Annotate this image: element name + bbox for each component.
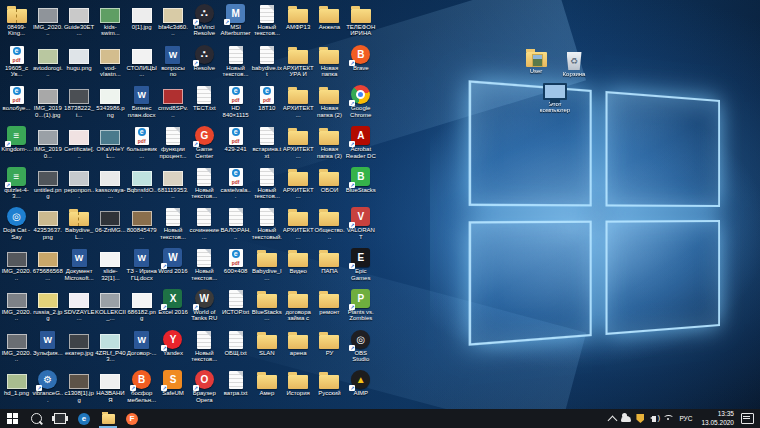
desktop-icon[interactable]: hd_1.png — [1, 367, 32, 407]
desktop-icon[interactable]: WWorld of Tanks RU — [189, 286, 220, 326]
desktop-icon[interactable]: Babydive_L... — [64, 204, 95, 244]
desktop-icon[interactable]: BlueStacks... — [251, 286, 282, 326]
desktop-icon[interactable]: bfa4c3d60... — [157, 1, 188, 41]
desktop-icon[interactable]: волобуе... — [1, 82, 32, 122]
desktop-icon[interactable]: Новый текстов... — [251, 164, 282, 204]
desktop-icon[interactable]: ⚙vibranceG... — [32, 367, 63, 407]
desktop-icon-user[interactable]: User — [519, 52, 553, 74]
desktop-icon[interactable]: Wвопросы по авангард... — [157, 42, 188, 82]
desktop-icon[interactable]: WБизнес план.docx — [126, 82, 157, 122]
desktop-icon[interactable]: BBlueStacks — [345, 164, 376, 204]
desktop-icon[interactable]: Новый текстов... — [189, 245, 220, 285]
desktop-icon[interactable]: OKaVHeYL... — [95, 123, 126, 163]
desktop-icon[interactable]: XExcel 2016 — [157, 286, 188, 326]
desktop-icon[interactable]: MMSI Afterburner — [220, 1, 251, 41]
desktop-icon[interactable]: ∴Resolve — [189, 42, 220, 82]
desktop-icon[interactable]: ≡quizlet-4-3... — [1, 164, 32, 204]
desktop-icon[interactable]: Новая папка (2) — [314, 82, 345, 122]
desktop-icon[interactable]: 08499-King... — [1, 1, 32, 41]
desktop-icon[interactable]: 18Т10 — [251, 82, 282, 122]
action-center-icon[interactable] — [741, 413, 754, 424]
taskbar-clock[interactable]: 13:35 13.05.2020 — [696, 410, 739, 426]
desktop-icon[interactable]: EEpic Games Launcher — [345, 245, 376, 285]
pinned-edge[interactable]: e — [72, 409, 96, 428]
desktop-icon[interactable]: WДоговор-... — [126, 327, 157, 367]
desktop-icon[interactable]: russia_2.jpg — [32, 286, 63, 326]
desktop-icon[interactable]: 5343986.png — [95, 82, 126, 122]
desktop-icon[interactable]: Анжела — [314, 1, 345, 41]
desktop-icon[interactable]: встарина.txt — [251, 123, 282, 163]
desktop-icon[interactable]: babydive.txt — [251, 42, 282, 82]
search-button[interactable] — [24, 409, 48, 428]
desktop-icon[interactable]: SDVZAYLE... — [64, 286, 95, 326]
desktop-icon[interactable]: 4ZRLf_P403... — [95, 327, 126, 367]
desktop-icon[interactable]: BqbnsfdO... — [126, 164, 157, 204]
desktop-icon[interactable]: SLAN — [251, 327, 282, 367]
desktop-icon[interactable]: Новая папка — [314, 42, 345, 82]
desktop-icon[interactable]: untitled.png — [32, 164, 63, 204]
desktop-icon[interactable]: WДокумент Microsoft... — [64, 245, 95, 285]
desktop-icon[interactable]: Certificate[... — [64, 123, 95, 163]
desktop-icon[interactable]: РУ — [314, 327, 345, 367]
desktop-icon[interactable]: АРХИТЕКТ... РОССИЯ И... — [283, 82, 314, 122]
desktop-icon[interactable]: Google Chrome — [345, 82, 376, 122]
desktop-icon[interactable]: Babydive_I... — [251, 245, 282, 285]
desktop-icon[interactable]: ▲AIMP — [345, 367, 376, 407]
desktop-icon[interactable]: Новый текстовый... — [251, 204, 282, 244]
desktop-icon[interactable]: ремонт — [314, 286, 345, 326]
tray-chevron-icon[interactable] — [605, 409, 619, 428]
desktop-icon[interactable]: ∴DaVinci Resolve Pro... — [189, 1, 220, 41]
desktop-icon[interactable]: функции процент... — [157, 123, 188, 163]
desktop-icon[interactable]: ОБЩ.txt — [220, 327, 251, 367]
start-button[interactable] — [0, 409, 24, 428]
desktop-icon[interactable]: IMG_2020... — [1, 286, 32, 326]
desktop-icon[interactable]: 600×408 — [220, 245, 251, 285]
desktop-icon[interactable]: WЗульфия... — [32, 327, 63, 367]
desktop-icon[interactable]: Видео — [283, 245, 314, 285]
pinned-firefox[interactable]: F — [120, 409, 144, 428]
desktop-icon[interactable]: OБраузер Opera — [189, 367, 220, 407]
desktop-icon[interactable]: Русский — [314, 367, 345, 407]
desktop-icon[interactable]: avtodorogi... — [32, 42, 63, 82]
desktop-icon[interactable]: ватра.txt — [220, 367, 251, 407]
desktop-icon[interactable]: peponpon... — [64, 164, 95, 204]
desktop-icon[interactable]: ТЕСТ.txt — [189, 82, 220, 122]
onedrive-icon[interactable] — [619, 409, 633, 428]
desktop-icon[interactable]: 429-241 — [220, 123, 251, 163]
desktop-icon[interactable]: HD 840×1115 — [220, 82, 251, 122]
desktop-icon[interactable]: YYandex — [157, 327, 188, 367]
desktop-icon[interactable]: ◎OBS Studio — [345, 327, 376, 367]
desktop-icon[interactable]: История — [283, 367, 314, 407]
desktop-icon[interactable]: 42353637.png — [32, 204, 63, 244]
desktop-icon[interactable]: GGame Center — [189, 123, 220, 163]
desktop-icon[interactable]: сочинение... — [189, 204, 220, 244]
desktop-icon[interactable]: 18738222_i... — [64, 82, 95, 122]
desktop-icon[interactable]: Guide30ET... — [64, 1, 95, 41]
desktop-icon[interactable]: Новый текстов... — [251, 1, 282, 41]
desktop-icon[interactable]: 06-ZrtMG... — [95, 204, 126, 244]
language-indicator[interactable]: РУС — [675, 415, 696, 422]
desktop-icon[interactable]: НАЗВАНИЯ РОССИИ.jpg — [95, 367, 126, 407]
desktop-icon[interactable]: IMG_2020... — [1, 245, 32, 285]
desktop-icon[interactable]: WТЗ - Ирина ГЦ.docx — [126, 245, 157, 285]
desktop-icon[interactable]: PPlants vs. Zombies — [345, 286, 376, 326]
desktop-icon[interactable]: cmvd8SPv... — [157, 82, 188, 122]
desktop-icon[interactable]: ОБОИ — [314, 164, 345, 204]
desktop-icon[interactable]: 675686568... — [32, 245, 63, 285]
desktop-icon[interactable]: IMG_2020... — [1, 327, 32, 367]
desktop-icon[interactable]: Новая папка (3) — [314, 123, 345, 163]
desktop-icon[interactable]: екатер.jpg — [64, 327, 95, 367]
task-view-button[interactable] — [48, 409, 72, 428]
desktop-icon[interactable]: ИСТОР.txt — [220, 286, 251, 326]
pinned-file-explorer[interactable] — [96, 409, 120, 428]
desktop-icon[interactable]: 0[1].jpg — [126, 1, 157, 41]
desktop-icon[interactable]: BBrave — [345, 42, 376, 82]
desktop-icon[interactable]: АРХИТЕКТ... СКУЛЬПТУ... — [283, 204, 314, 244]
desktop-icon[interactable]: 800845479... — [126, 204, 157, 244]
desktop-icon[interactable]: Новый текстов... — [157, 204, 188, 244]
desktop-icon[interactable]: Bбосфор мебельн... — [126, 367, 157, 407]
desktop-icon[interactable]: hugu.png — [64, 42, 95, 82]
desktop-icon[interactable]: WWord 2016 — [157, 245, 188, 285]
desktop-icon[interactable]: 686182.png — [126, 286, 157, 326]
desktop-icon[interactable]: ВАЛОРАН... — [220, 204, 251, 244]
